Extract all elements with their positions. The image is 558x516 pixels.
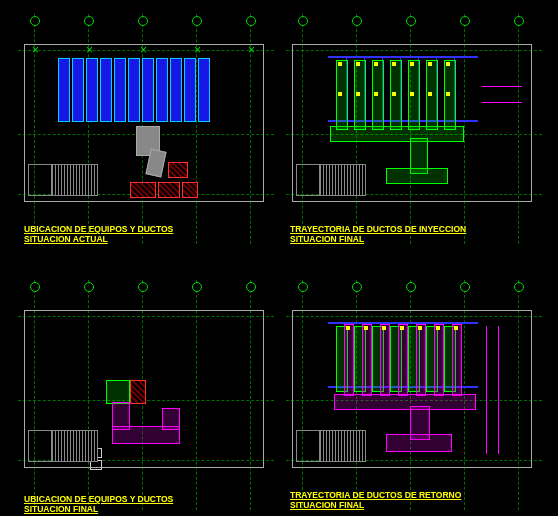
grid-line bbox=[196, 280, 197, 510]
caption-line2: SITUACION ACTUAL bbox=[24, 234, 173, 244]
supply-trunk-lower bbox=[386, 168, 448, 184]
grid-bubble bbox=[246, 282, 256, 292]
caption-line1: TRAYECTORIA DE DUCTOS DE RETORNO bbox=[290, 490, 461, 500]
return-duct bbox=[162, 408, 180, 430]
diffuser bbox=[410, 62, 414, 66]
caption-line1: UBICACION DE EQUIPOS Y DUCTOS bbox=[24, 494, 173, 504]
return-grille bbox=[346, 326, 350, 330]
return-branch bbox=[452, 324, 462, 396]
rack-row-outline bbox=[328, 56, 478, 58]
equipment-new bbox=[158, 182, 180, 198]
grid-bubble bbox=[138, 16, 148, 26]
return-branch bbox=[380, 324, 390, 396]
caption-bottom-right: TRAYECTORIA DE DUCTOS DE RETORNO SITUACI… bbox=[290, 490, 461, 510]
rack bbox=[86, 58, 98, 122]
grid-bubble bbox=[192, 16, 202, 26]
return-branch bbox=[362, 324, 372, 396]
grid-line bbox=[286, 50, 542, 51]
leader-line bbox=[482, 86, 522, 87]
diffuser bbox=[428, 62, 432, 66]
grid-line bbox=[250, 280, 251, 510]
grid-bubble bbox=[352, 16, 362, 26]
rack bbox=[156, 58, 168, 122]
diffuser bbox=[392, 92, 396, 96]
grid-line bbox=[34, 280, 35, 510]
rack bbox=[58, 58, 70, 122]
stairs bbox=[320, 430, 366, 462]
diffuser bbox=[446, 62, 450, 66]
diffuser bbox=[392, 62, 396, 66]
return-grille bbox=[418, 326, 422, 330]
grid-bubble bbox=[352, 282, 362, 292]
stairs bbox=[52, 164, 98, 196]
grid-bubble bbox=[30, 282, 40, 292]
grid-line bbox=[302, 280, 303, 510]
diffuser bbox=[356, 92, 360, 96]
grid-bubble bbox=[406, 16, 416, 26]
diffuser bbox=[446, 92, 450, 96]
diffuser bbox=[338, 92, 342, 96]
return-trunk-lower bbox=[386, 434, 452, 452]
room bbox=[296, 164, 320, 196]
caption-top-left: UBICACION DE EQUIPOS Y DUCTOS SITUACION … bbox=[24, 224, 173, 244]
grid-bubble bbox=[192, 282, 202, 292]
return-grille bbox=[364, 326, 368, 330]
stairs bbox=[52, 430, 98, 462]
diffuser bbox=[374, 92, 378, 96]
grid-bubble bbox=[84, 282, 94, 292]
grid-bubble bbox=[246, 16, 256, 26]
caption-line2: SITUACION FINAL bbox=[290, 500, 461, 510]
equipment-new bbox=[168, 162, 188, 178]
column-mark: × bbox=[140, 46, 147, 54]
return-branch bbox=[344, 324, 354, 396]
grid-line bbox=[518, 280, 519, 510]
grid-bubble bbox=[514, 282, 524, 292]
equipment-new bbox=[130, 182, 156, 198]
room bbox=[296, 430, 320, 462]
grid-bubble bbox=[460, 282, 470, 292]
stairs bbox=[320, 164, 366, 196]
caption-line1: TRAYECTORIA DE DUCTOS DE INYECCION bbox=[290, 224, 466, 234]
grid-bubble bbox=[84, 16, 94, 26]
grid-bubble bbox=[30, 16, 40, 26]
plan-supply-ducts-final bbox=[286, 14, 542, 244]
return-branch bbox=[398, 324, 408, 396]
grid-line bbox=[18, 400, 274, 401]
rack bbox=[100, 58, 112, 122]
grid-bubble bbox=[298, 16, 308, 26]
grid-line bbox=[286, 316, 542, 317]
return-trunk bbox=[334, 394, 476, 410]
rack bbox=[198, 58, 210, 122]
column-mark: × bbox=[32, 46, 39, 54]
column-mark: × bbox=[86, 46, 93, 54]
rack bbox=[72, 58, 84, 122]
grid-line bbox=[88, 280, 89, 510]
return-grille bbox=[382, 326, 386, 330]
return-branch bbox=[434, 324, 444, 396]
grid-line bbox=[18, 316, 274, 317]
return-grille bbox=[454, 326, 458, 330]
ahu-unit bbox=[106, 380, 130, 404]
equipment-new bbox=[182, 182, 198, 198]
grid-bubble bbox=[406, 282, 416, 292]
caption-bottom-left: UBICACION DE EQUIPOS Y DUCTOS SITUACION … bbox=[24, 494, 173, 514]
caption-line1: UBICACION DE EQUIPOS Y DUCTOS bbox=[24, 224, 173, 234]
rack bbox=[142, 58, 154, 122]
diffuser bbox=[410, 92, 414, 96]
caption-top-right: TRAYECTORIA DE DUCTOS DE INYECCION SITUA… bbox=[290, 224, 466, 244]
caption-line2: SITUACION FINAL bbox=[24, 504, 173, 514]
diffuser bbox=[428, 92, 432, 96]
caption-line2: SITUACION FINAL bbox=[290, 234, 466, 244]
grid-line bbox=[464, 14, 465, 244]
plan-return-ducts-final bbox=[286, 280, 542, 510]
return-grille bbox=[400, 326, 404, 330]
diffuser bbox=[338, 62, 342, 66]
equipment-new bbox=[130, 380, 146, 404]
cad-viewport[interactable]: × × × × × bbox=[0, 0, 558, 516]
rack bbox=[114, 58, 126, 122]
extent-line bbox=[486, 326, 487, 454]
plan-equipment-final bbox=[18, 280, 274, 510]
grid-bubble bbox=[514, 16, 524, 26]
return-grille bbox=[436, 326, 440, 330]
grid-line bbox=[518, 14, 519, 244]
